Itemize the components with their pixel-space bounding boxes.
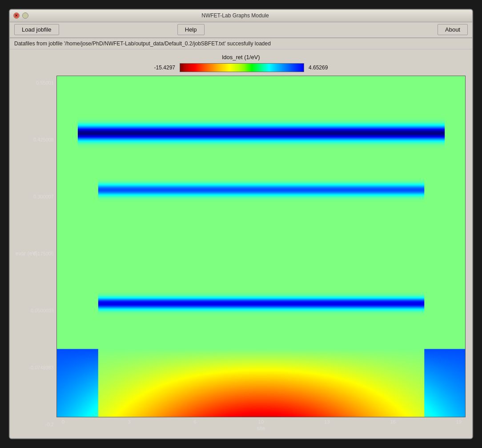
x-tick-label: 13 (320, 419, 333, 424)
menu-bar: Load jobfile Help About (10, 22, 472, 38)
y-tick-label: -0.0749983 (29, 365, 54, 370)
x-tick-label: 16 (386, 419, 400, 424)
status-bar: Datafiles from jobfile '/home/jose/PhD/N… (10, 38, 472, 49)
window-title: NWFET-Lab Graphs Module (28, 12, 442, 19)
colorbar-section: ldos_ret (1/eV) -15.4297 4.65269 (16, 54, 466, 72)
y-axis-label: evar (eV) (16, 250, 37, 257)
plot-area: ldos_ret (1/eV) -15.4297 4.65269 evar (e… (10, 49, 472, 438)
about-button[interactable]: About (438, 24, 468, 35)
y-tick-label: -0.2 (45, 422, 54, 427)
y-tick-label: 0.425008 (33, 137, 54, 142)
y-tick-label: 0.55001 (36, 80, 54, 85)
close-button[interactable]: ✕ (13, 12, 20, 19)
x-tick-label: 19 (452, 419, 466, 424)
heatmap-canvas (57, 76, 465, 417)
y-tick-label: 0.300007 (33, 194, 54, 199)
chart-and-x: 03610131619 site (56, 76, 466, 432)
x-tick-label: 6 (189, 419, 202, 424)
x-ticks-row: 03610131619 (56, 417, 466, 424)
colorbar (180, 63, 304, 72)
help-button[interactable]: Help (177, 24, 205, 35)
x-axis-label: site (56, 424, 466, 432)
title-bar: ✕ NWFET-Lab Graphs Module (10, 10, 472, 22)
y-axis-area: evar (eV) 0.550010.4250080.3000070.17500… (16, 76, 56, 432)
chart-canvas (56, 76, 466, 417)
plot-title: ldos_ret (1/eV) (222, 54, 260, 61)
colorbar-min-label: -15.4297 (154, 65, 175, 71)
status-message: Datafiles from jobfile '/home/jose/PhD/N… (14, 40, 271, 47)
y-tick-label: 0.0500033 (31, 308, 54, 313)
x-tick-label: 3 (122, 419, 136, 424)
x-tick-label: 0 (56, 419, 70, 424)
colorbar-row: -15.4297 4.65269 (154, 63, 328, 72)
load-jobfile-button[interactable]: Load jobfile (14, 24, 59, 35)
title-bar-controls: ✕ (13, 12, 28, 19)
minimize-button[interactable] (22, 12, 28, 19)
app-window: ✕ NWFET-Lab Graphs Module Load jobfile H… (9, 9, 473, 439)
colorbar-max-label: 4.65269 (309, 65, 328, 71)
main-plot-container: evar (eV) 0.550010.4250080.3000070.17500… (16, 76, 466, 432)
x-tick-label: 10 (254, 419, 268, 424)
